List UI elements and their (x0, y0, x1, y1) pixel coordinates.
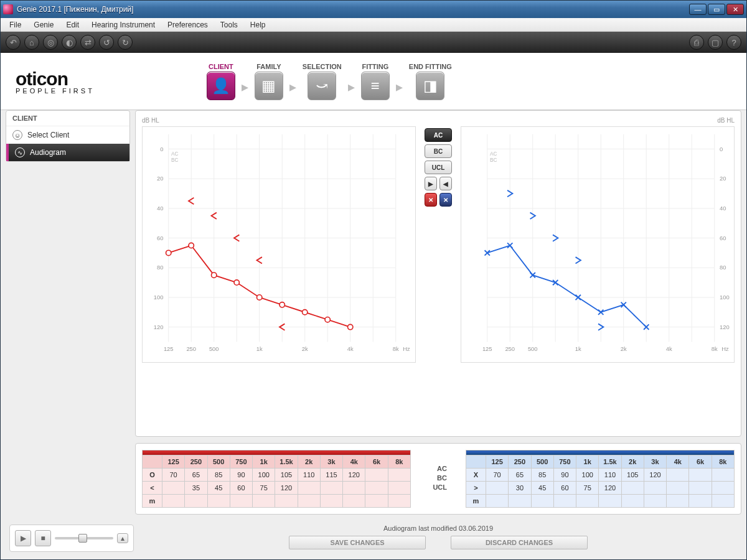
clear-left-button[interactable]: ✕ (439, 193, 452, 207)
svg-text:20: 20 (157, 175, 163, 182)
menu-preferences[interactable]: Preferences (161, 19, 214, 31)
svg-text:AC: AC (490, 151, 497, 157)
svg-text:0: 0 (720, 146, 723, 152)
menu-file[interactable]: File (3, 19, 27, 31)
sidebar-item-select-client[interactable]: ☺ Select Client (6, 126, 129, 144)
menu-genie[interactable]: Genie (27, 19, 60, 31)
svg-text:125: 125 (164, 346, 174, 352)
left-ear-table[interactable]: 1252505007501k1.5k2k3k4k6k8kX70658590100… (466, 450, 735, 508)
workflow-client[interactable]: CLIENT 👤 (207, 63, 235, 100)
chevron-icon: ▸ (396, 79, 403, 95)
tool-target-icon[interactable]: ◎ (43, 35, 58, 50)
tool-help-icon[interactable]: ? (726, 35, 741, 50)
tool-home-icon[interactable]: ⌂ (24, 35, 39, 50)
right-ear-table[interactable]: 1252505007501k1.5k2k3k4k6k8kO70658590100… (142, 450, 411, 508)
brand-logo: oticon PEOPLE FIRST (16, 68, 95, 95)
chevron-icon: ▸ (348, 79, 355, 95)
svg-text:20: 20 (720, 175, 726, 182)
titlebar: Genie 2017.1 [Пиженин, Дмитрий] — ▭ ✕ (1, 1, 746, 18)
chart-area: dB HL 020406080100120ACBC1252505001k2k4k… (135, 110, 741, 437)
svg-point-42 (325, 317, 330, 322)
window-title: Genie 2017.1 [Пиженин, Дмитрий] (17, 5, 689, 14)
tool-swap-icon[interactable]: ⇄ (80, 35, 95, 50)
svg-text:BC: BC (171, 157, 179, 163)
left-ear-chart-col: dB HL 020406080100120ACBC1252505001k2k4k… (461, 117, 735, 363)
right-ear-audiogram[interactable]: 020406080100120ACBC1252505001k2k4k8kHz (142, 126, 416, 363)
svg-text:2k: 2k (302, 346, 308, 352)
tool-redo-icon[interactable]: ↻ (118, 35, 133, 50)
close-button[interactable]: ✕ (726, 4, 744, 15)
svg-text:4k: 4k (666, 346, 672, 352)
tool-screen-icon[interactable]: ▢ (708, 35, 723, 50)
sidebar-item-audiogram[interactable]: ∿ Audiogram (6, 144, 129, 161)
workflow-nav: CLIENT 👤 ▸ FAMILY ▦ ▸ SELECTION ⤻ ▸ FITT… (207, 63, 452, 100)
brand-name: oticon (16, 68, 68, 90)
minimize-button[interactable]: — (689, 4, 707, 15)
svg-text:250: 250 (505, 346, 515, 352)
door-icon: ◨ (416, 72, 444, 100)
sidebar-panel: CLIENT ☺ Select Client ∿ Audiogram (6, 110, 130, 162)
save-changes-button[interactable]: SAVE CHANGES (289, 536, 426, 549)
menu-edit[interactable]: Edit (60, 19, 85, 31)
svg-text:500: 500 (209, 346, 219, 352)
discard-changes-button[interactable]: DISCARD CHANGES (451, 536, 588, 549)
svg-text:4k: 4k (347, 346, 354, 352)
svg-text:250: 250 (186, 346, 196, 352)
ucl-button[interactable]: UCL (425, 161, 452, 174)
maximize-button[interactable]: ▭ (708, 4, 725, 15)
tool-undo-icon[interactable]: ↺ (99, 35, 114, 50)
volume-slider[interactable] (55, 537, 113, 539)
menu-hearing-instrument[interactable]: Hearing Instrument (85, 19, 161, 31)
chevron-icon: ▸ (242, 79, 248, 95)
workflow-family[interactable]: FAMILY ▦ (255, 63, 283, 100)
bc-button[interactable]: BC (425, 144, 452, 158)
audiogram-icon: ∿ (15, 147, 25, 157)
playback-panel: ▶ ■ ▴ (9, 525, 134, 552)
svg-text:120: 120 (720, 324, 730, 330)
play-right-icon[interactable]: ▶ (425, 177, 437, 190)
svg-text:Hz: Hz (721, 346, 729, 352)
svg-point-36 (189, 243, 194, 248)
y-axis-label: dB HL (461, 117, 735, 124)
workflow-end-fitting[interactable]: END FITTING ◨ (409, 63, 452, 100)
clear-right-button[interactable]: ✕ (425, 193, 437, 207)
svg-text:2k: 2k (621, 346, 627, 352)
workflow-fitting[interactable]: FITTING ≡ (361, 63, 390, 100)
tool-sound-icon[interactable]: ◐ (62, 35, 77, 50)
svg-point-38 (234, 280, 239, 285)
brand-tag: PEOPLE FIRST (16, 87, 95, 95)
workflow-selection[interactable]: SELECTION ⤻ (303, 63, 342, 100)
ac-button[interactable]: AC (425, 128, 452, 142)
audiogram-type-controls: AC BC UCL ▶ ◀ ✕ ✕ (422, 117, 454, 207)
toolbar: ↶ ⌂ ◎ ◐ ⇄ ↺ ↻ ⎙ ▢ ? (1, 32, 746, 53)
svg-text:80: 80 (157, 264, 163, 271)
user-icon: 👤 (207, 72, 235, 100)
svg-point-35 (166, 250, 171, 255)
menu-help[interactable]: Help (244, 19, 272, 31)
play-left-icon[interactable]: ◀ (439, 177, 452, 190)
svg-point-43 (348, 324, 353, 329)
svg-text:BC: BC (490, 157, 497, 163)
svg-text:40: 40 (157, 205, 163, 212)
row-labels: AC BC UCL (430, 450, 447, 491)
last-modified-text: Audiogram last modified 03.06.2019 (135, 521, 741, 536)
stop-button[interactable]: ■ (35, 530, 51, 546)
expand-icon[interactable]: ▴ (117, 533, 128, 543)
svg-point-39 (257, 295, 262, 300)
play-button[interactable]: ▶ (15, 530, 31, 546)
footer-area: Audiogram last modified 03.06.2019 SAVE … (135, 521, 741, 554)
tool-print-icon[interactable]: ⎙ (689, 35, 704, 50)
right-ear-chart-col: dB HL 020406080100120ACBC1252505001k2k4k… (142, 117, 416, 363)
svg-text:40: 40 (720, 205, 726, 212)
svg-text:100: 100 (720, 294, 730, 301)
audiogram-tables: 1252505007501k1.5k2k3k4k6k8kO70658590100… (135, 443, 741, 515)
sidebar-item-label: Audiogram (30, 148, 66, 157)
menu-tools[interactable]: Tools (214, 19, 244, 31)
tool-back-icon[interactable]: ↶ (6, 35, 21, 50)
chevron-icon: ▸ (289, 79, 296, 95)
svg-text:8k: 8k (712, 346, 718, 352)
left-ear-audiogram[interactable]: 020406080100120ACBC1252505001k2k4k8kHz (461, 126, 735, 363)
svg-point-41 (303, 310, 308, 315)
svg-text:120: 120 (154, 324, 164, 330)
svg-text:100: 100 (154, 294, 164, 301)
